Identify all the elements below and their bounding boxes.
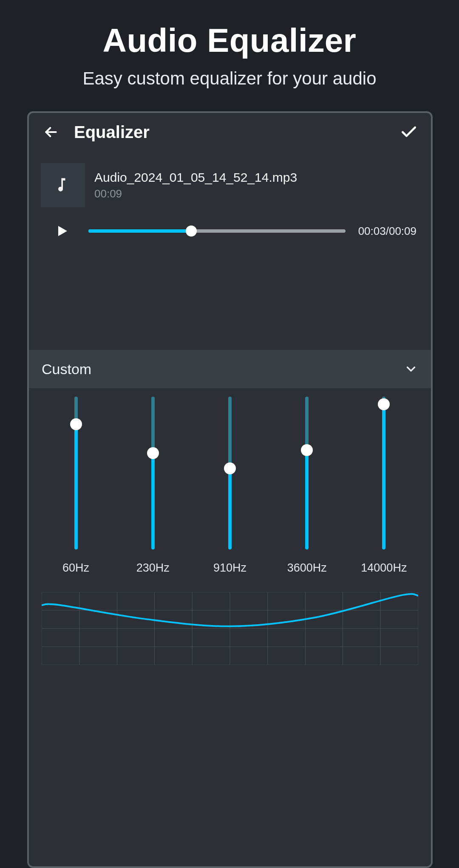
equalizer-bands: 60Hz230Hz910Hz3600Hz14000Hz	[29, 397, 431, 600]
eq-band-thumb[interactable]	[147, 447, 159, 459]
eq-band-lower	[228, 468, 232, 550]
file-duration: 00:09	[94, 187, 297, 200]
eq-band-label: 60Hz	[62, 561, 89, 575]
eq-band[interactable]: 230Hz	[140, 397, 166, 600]
file-meta: Audio_2024_01_05_14_52_14.mp3 00:09	[94, 170, 297, 200]
eq-band-track	[151, 397, 155, 550]
progress-slider[interactable]	[88, 225, 346, 237]
device-frame: Equalizer Audio_2024_01_05_14_52_14.mp3 …	[27, 111, 433, 868]
eq-band-thumb[interactable]	[301, 444, 313, 456]
topbar: Equalizer	[29, 113, 431, 151]
eq-band-lower	[74, 424, 78, 550]
preset-selected-label: Custom	[42, 361, 91, 378]
eq-band-track	[382, 397, 385, 550]
promo-subtitle: Easy custom equalizer for your audio	[0, 68, 459, 89]
back-button[interactable]	[41, 122, 61, 142]
eq-curve	[42, 592, 418, 665]
eq-band-track	[228, 397, 232, 550]
preset-dropdown[interactable]: Custom	[29, 350, 431, 388]
eq-band-upper	[228, 397, 232, 468]
music-note-icon	[54, 176, 72, 194]
file-info: Audio_2024_01_05_14_52_14.mp3 00:09	[29, 151, 431, 211]
player: 00:03/00:09	[29, 211, 431, 240]
eq-band-upper	[151, 397, 155, 453]
eq-band-label: 910Hz	[213, 561, 246, 575]
file-thumbnail	[41, 163, 85, 207]
eq-band-track	[74, 397, 78, 550]
eq-band-lower	[151, 453, 155, 550]
eq-band-track	[305, 397, 309, 550]
eq-band-upper	[305, 397, 309, 450]
eq-band-label: 3600Hz	[287, 561, 327, 575]
file-name: Audio_2024_01_05_14_52_14.mp3	[94, 170, 297, 185]
eq-band[interactable]: 3600Hz	[294, 397, 320, 600]
eq-band-label: 230Hz	[136, 561, 170, 575]
eq-band[interactable]: 60Hz	[63, 397, 89, 600]
eq-band-thumb[interactable]	[378, 398, 390, 410]
eq-band-thumb[interactable]	[224, 462, 236, 474]
chevron-down-icon	[404, 362, 418, 376]
time-label: 00:03/00:09	[358, 225, 416, 238]
check-icon	[400, 123, 418, 141]
confirm-button[interactable]	[399, 122, 419, 142]
promo-title: Audio Equalizer	[0, 21, 459, 60]
progress-thumb[interactable]	[186, 225, 197, 237]
eq-band[interactable]: 14000Hz	[371, 397, 397, 600]
back-icon	[42, 124, 60, 141]
play-button[interactable]	[53, 222, 71, 240]
progress-fill	[88, 229, 191, 233]
eq-band-label: 14000Hz	[361, 561, 407, 575]
eq-band-thumb[interactable]	[70, 418, 82, 430]
page-title: Equalizer	[74, 123, 399, 142]
eq-band-lower	[305, 450, 309, 550]
play-icon	[54, 223, 70, 239]
eq-band-lower	[382, 404, 385, 550]
eq-band[interactable]: 910Hz	[217, 397, 243, 600]
